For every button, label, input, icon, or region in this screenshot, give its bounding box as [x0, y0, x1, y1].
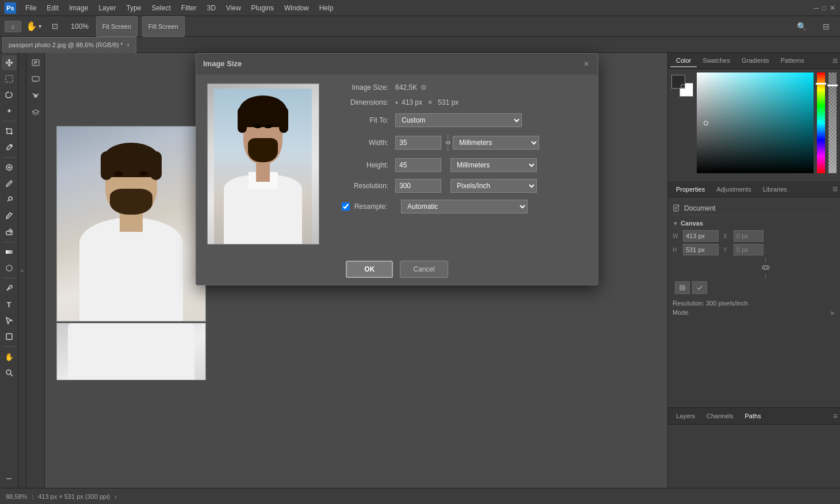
history-brush-tool[interactable]	[2, 208, 17, 223]
menu-edit[interactable]: Edit	[42, 2, 63, 14]
cancel-button[interactable]: Cancel	[400, 261, 448, 278]
resample-select[interactable]: Automatic Preserve Details Bicubic Smoot…	[401, 200, 528, 213]
maximize-btn[interactable]: □	[822, 4, 826, 12]
zoom-tool[interactable]	[2, 365, 17, 380]
clone-stamp-tool[interactable]	[2, 192, 17, 207]
mode-row[interactable]: Mode ▶	[673, 308, 835, 317]
arrange-btn[interactable]: ⊟	[817, 20, 835, 33]
brush-tool[interactable]	[2, 176, 17, 191]
minimize-btn[interactable]: ─	[814, 4, 819, 12]
menu-image[interactable]: Image	[64, 2, 93, 14]
color-toggle-indicator[interactable]	[681, 84, 685, 89]
menu-plugins[interactable]: Plugins	[247, 2, 278, 14]
menu-layer[interactable]: Layer	[94, 2, 120, 14]
eyedropper-tool[interactable]	[2, 140, 17, 155]
tab-swatches[interactable]: Swatches	[697, 55, 736, 67]
fit-to-select[interactable]: Custom Original Size Screen Resolution 7…	[395, 113, 522, 127]
dimensions-dropdown-btn[interactable]: ▾	[395, 100, 398, 106]
move-tool[interactable]	[2, 55, 17, 70]
properties-panel-menu[interactable]: ≡	[833, 184, 838, 194]
svg-rect-7	[6, 334, 12, 339]
hand-tool-btn[interactable]: ✋	[2, 349, 17, 364]
document-icon	[673, 204, 681, 212]
marquee-tool[interactable]	[2, 71, 17, 86]
menu-help[interactable]: Help	[315, 2, 338, 14]
width-unit-select[interactable]: Pixels Inches Centimeters Millimeters Po…	[453, 136, 539, 150]
tab-layers[interactable]: Layers	[670, 410, 701, 422]
opacity-bar[interactable]	[828, 72, 837, 173]
hand-tool[interactable]: ✋ ▾	[26, 21, 41, 32]
magic-wand-tool[interactable]: ✦	[2, 104, 17, 119]
height-input[interactable]	[395, 158, 441, 172]
collapse-panel-handle[interactable]: «	[18, 53, 26, 488]
canvas-x-input[interactable]	[734, 230, 763, 242]
color-picker-circle[interactable]	[704, 121, 708, 125]
shape-tool[interactable]	[2, 329, 17, 344]
menu-bar: Ps File Edit Image Layer Type Select Fil…	[0, 0, 840, 16]
status-zoom: 88,58%	[6, 493, 27, 500]
collapse-icon: «	[21, 268, 24, 274]
blur-tool[interactable]	[2, 261, 17, 276]
path-select-tool[interactable]	[2, 313, 17, 328]
resample-checkbox[interactable]	[342, 203, 350, 211]
tab-adjustments[interactable]: Adjustments	[711, 184, 757, 195]
menu-type[interactable]: Type	[121, 2, 146, 14]
fit-screen-button[interactable]: Fit Screen	[96, 16, 138, 37]
ps-logo: Ps	[5, 2, 16, 14]
menu-3d[interactable]: 3D	[202, 2, 220, 14]
tab-paths[interactable]: Paths	[739, 410, 767, 422]
color-gradient-field[interactable]	[697, 72, 814, 173]
tab-gradients[interactable]: Gradients	[736, 55, 775, 67]
resolution-unit-select[interactable]: Pixels/Inch Pixels/Centimeter	[450, 179, 537, 193]
menu-select[interactable]: Select	[147, 2, 175, 14]
search-icon-btn[interactable]: 🔍	[791, 20, 812, 33]
link-icon-1[interactable]	[675, 281, 690, 294]
tab-patterns[interactable]: Patterns	[775, 55, 810, 67]
menu-filter[interactable]: Filter	[177, 2, 201, 14]
tab-libraries[interactable]: Libraries	[757, 184, 793, 195]
tab-close-btn[interactable]: ×	[127, 42, 130, 48]
crop-tool[interactable]	[2, 124, 17, 139]
close-btn[interactable]: ✕	[830, 4, 835, 12]
eraser-tool[interactable]	[2, 224, 17, 239]
pen-tool[interactable]	[2, 281, 17, 296]
width-input[interactable]	[395, 136, 441, 150]
canvas-y-input[interactable]	[734, 244, 763, 255]
comments-btn[interactable]	[28, 72, 43, 87]
layer-comps-btn[interactable]	[28, 105, 43, 120]
gradient-tool[interactable]	[2, 245, 17, 259]
dialog-close-btn[interactable]: ×	[582, 59, 591, 68]
lasso-tool[interactable]	[2, 87, 17, 102]
image-size-gear[interactable]: ⚙	[421, 83, 427, 91]
resolution-input[interactable]	[395, 179, 441, 193]
layers-panel-menu[interactable]: ≡	[833, 411, 838, 421]
tab-channels[interactable]: Channels	[701, 410, 739, 422]
document-label: Document	[684, 204, 716, 212]
canvas-section-header[interactable]: ▼ Canvas	[673, 220, 835, 227]
spot-heal-tool[interactable]	[2, 160, 17, 175]
hue-spectrum[interactable]	[817, 72, 825, 173]
menu-file[interactable]: File	[21, 2, 41, 14]
height-unit-select[interactable]: Pixels Inches Centimeters Millimeters	[450, 158, 537, 172]
transform-btn[interactable]: ⊡	[46, 20, 64, 32]
ok-button[interactable]: OK	[346, 261, 393, 278]
more-tools-btn[interactable]: •••	[2, 471, 17, 486]
document-tab[interactable]: passport photo 2.jpg @ 88,6% (RGB/8) * ×	[2, 37, 136, 53]
menu-view[interactable]: View	[222, 2, 246, 14]
canvas-height-input[interactable]	[683, 244, 719, 255]
link-icon-2[interactable]	[692, 281, 707, 294]
canvas-photo-bottom	[56, 323, 206, 380]
menu-window[interactable]: Window	[280, 2, 314, 14]
fill-screen-button[interactable]: Fill Screen	[142, 16, 185, 37]
color-panel-menu[interactable]: ≡	[833, 56, 838, 66]
properties-panel-btn[interactable]	[28, 55, 43, 70]
tab-color[interactable]: Color	[670, 55, 697, 67]
svg-point-6	[6, 265, 12, 271]
tab-properties[interactable]: Properties	[670, 184, 711, 195]
canvas-width-input[interactable]	[683, 230, 719, 242]
height-label-h: H	[673, 247, 681, 253]
home-button[interactable]: ⌂	[5, 21, 21, 32]
text-tool[interactable]: T	[2, 297, 17, 312]
chain-link-canvas: X	[723, 230, 763, 242]
adjustment-brush-btn[interactable]	[28, 89, 43, 104]
